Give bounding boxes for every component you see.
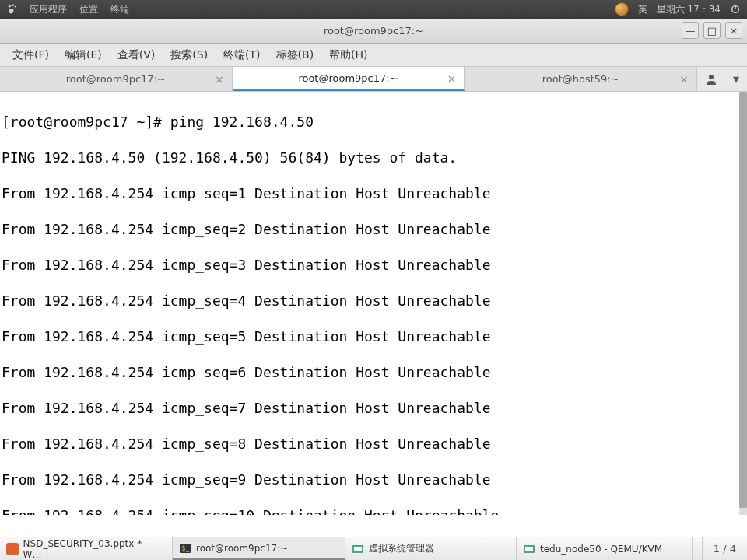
minimize-button[interactable]: — — [682, 22, 699, 39]
menu-search[interactable]: 搜索(S) — [163, 45, 216, 65]
taskbar-label: root@room9pc17:~ — [196, 543, 288, 554]
svg-rect-9 — [354, 547, 362, 551]
virt-manager-icon — [352, 543, 364, 555]
terminal-line: [root@room9pc17 ~]# ping 192.168.4.50 — [2, 113, 744, 131]
scrollbar[interactable] — [739, 92, 747, 515]
user-icon[interactable] — [705, 73, 717, 86]
taskbar-label: 虚拟系统管理器 — [369, 542, 434, 555]
svg-point-0 — [9, 5, 12, 8]
menu-edit[interactable]: 编辑(E) — [57, 45, 110, 65]
terminal-line: From 192.168.4.254 icmp_seq=8 Destinatio… — [2, 435, 744, 453]
taskbar-item-virt-manager[interactable]: 虚拟系统管理器 — [345, 537, 517, 560]
terminal-output[interactable]: [root@room9pc17 ~]# ping 192.168.4.50 PI… — [0, 92, 747, 515]
tabbar: root@room9pc17:~ × root@room9pc17:~ × ro… — [0, 67, 747, 92]
svg-text:$_: $_ — [181, 544, 190, 552]
terminal-line: From 192.168.4.254 icmp_seq=10 Destinati… — [2, 506, 744, 515]
terminal-line: From 192.168.4.254 icmp_seq=6 Destinatio… — [2, 363, 744, 381]
desktop-topbar: 应用程序 位置 终端 英 星期六 17：34 — [0, 0, 747, 19]
window-title: root@room9pc17:~ — [324, 25, 423, 37]
svg-rect-11 — [525, 547, 533, 551]
tab-label: root@host59:~ — [542, 73, 619, 85]
tab-label: root@room9pc17:~ — [298, 72, 398, 84]
tab-2[interactable]: root@host59:~ × — [465, 67, 697, 91]
topbar-terminal[interactable]: 终端 — [110, 3, 129, 16]
menu-terminal[interactable]: 终端(T) — [216, 45, 268, 65]
terminal-icon: $_ — [179, 542, 191, 555]
clock[interactable]: 星期六 17：34 — [657, 3, 721, 16]
taskbar-item-qemu[interactable]: tedu_node50 - QEMU/KVM — [517, 537, 693, 560]
status-applet-icon[interactable] — [615, 2, 629, 16]
terminal-line: From 192.168.4.254 icmp_seq=4 Destinatio… — [2, 292, 744, 310]
wps-icon — [6, 543, 19, 555]
tab-close-icon[interactable]: × — [447, 72, 457, 85]
taskbar: NSD_SECURITY_03.pptx * - W… $_ root@room… — [0, 537, 747, 560]
tab-close-icon[interactable]: × — [215, 73, 224, 86]
tab-dropdown-icon[interactable]: ▾ — [733, 72, 739, 86]
tab-0[interactable]: root@room9pc17:~ × — [0, 67, 233, 91]
terminal-line: From 192.168.4.254 icmp_seq=3 Destinatio… — [2, 256, 744, 274]
menu-help[interactable]: 帮助(H) — [321, 45, 375, 65]
scrollbar-thumb[interactable] — [739, 92, 747, 508]
topbar-applications[interactable]: 应用程序 — [30, 3, 67, 16]
terminal-line: From 192.168.4.254 icmp_seq=9 Destinatio… — [2, 471, 744, 488]
taskbar-item-terminal[interactable]: $_ root@room9pc17:~ — [173, 537, 345, 560]
menubar: 文件(F) 编辑(E) 查看(V) 搜索(S) 终端(T) 标签(B) 帮助(H… — [0, 44, 747, 67]
taskbar-label: NSD_SECURITY_03.pptx * - W… — [23, 538, 166, 560]
tab-label: root@room9pc17:~ — [66, 73, 166, 85]
menu-file[interactable]: 文件(F) — [5, 45, 57, 65]
window-titlebar[interactable]: root@room9pc17:~ — □ × — [0, 19, 747, 44]
topbar-places[interactable]: 位置 — [79, 3, 98, 16]
maximize-button[interactable]: □ — [703, 22, 721, 39]
qemu-icon — [523, 543, 535, 555]
tab-1[interactable]: root@room9pc17:~ × — [233, 67, 465, 91]
terminal-line: From 192.168.4.254 icmp_seq=5 Destinatio… — [2, 327, 744, 345]
tab-close-icon[interactable]: × — [679, 73, 689, 86]
taskbar-item-wps[interactable]: NSD_SECURITY_03.pptx * - W… — [0, 537, 173, 560]
ime-indicator[interactable]: 英 — [638, 3, 647, 16]
terminal-line: From 192.168.4.254 icmp_seq=7 Destinatio… — [2, 399, 744, 417]
workspace-indicator[interactable]: 1 / 4 — [702, 537, 747, 560]
svg-point-2 — [15, 6, 16, 8]
svg-point-5 — [709, 75, 714, 79]
terminal-line: PING 192.168.4.50 (192.168.4.50) 56(84) … — [2, 149, 744, 166]
menu-tabs[interactable]: 标签(B) — [268, 45, 322, 65]
power-icon[interactable] — [730, 3, 741, 16]
terminal-line: From 192.168.4.254 icmp_seq=2 Destinatio… — [2, 220, 744, 238]
menu-view[interactable]: 查看(V) — [110, 45, 163, 65]
gnome-foot-icon — [6, 4, 17, 15]
taskbar-label: tedu_node50 - QEMU/KVM — [540, 544, 662, 555]
terminal-line: From 192.168.4.254 icmp_seq=1 Destinatio… — [2, 184, 744, 202]
close-button[interactable]: × — [725, 22, 742, 39]
svg-point-1 — [12, 4, 14, 6]
